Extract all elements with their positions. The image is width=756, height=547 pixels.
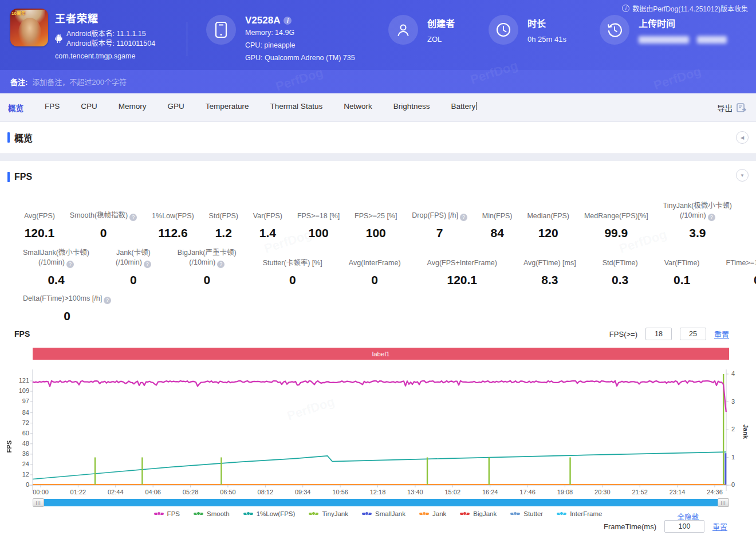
y-axis-tick-left: 121	[12, 377, 29, 384]
collect-note-text: 数据由PerfDog(11.4.251012)版本收集	[632, 3, 748, 13]
overview-collapse-button[interactable]: ◀	[736, 131, 749, 144]
tab-Thermal Status[interactable]: Thermal Status	[270, 102, 323, 113]
stat-value: 100	[355, 226, 397, 240]
creator-value: ZOL	[427, 35, 455, 44]
stat-label: Avg(FPS+InterFrame)	[427, 258, 497, 268]
stat-label: 1%Low(FPS)	[152, 211, 194, 221]
redacted-date	[639, 36, 689, 44]
tab-概览[interactable]: 概览	[8, 102, 23, 113]
y-axis-tick-left: 12	[12, 471, 29, 478]
tab-Network[interactable]: Network	[344, 102, 372, 113]
help-icon[interactable]: ?	[460, 214, 467, 221]
tab-Battery[interactable]: Battery	[451, 102, 477, 113]
stat-value: 0.3	[603, 273, 638, 287]
frametime-input[interactable]	[664, 520, 704, 533]
x-axis-tick: 15:02	[439, 489, 466, 495]
stat-value: 0.1	[664, 273, 700, 287]
export-label: 导出	[717, 102, 733, 113]
scrollbar-left-handle[interactable]: |||	[33, 498, 44, 507]
note-label: 备注:	[10, 76, 27, 87]
stat-label: Jank(卡顿)(/10min)?	[116, 248, 151, 268]
creator-info: 创建者 ZOL	[388, 15, 455, 45]
legend-item-1%Low(FPS)[interactable]: 1%Low(FPS)	[243, 510, 296, 517]
fps-chart[interactable]: FPS Jank PerfDog 01224364860728497109121…	[0, 367, 756, 500]
info-icon: i	[622, 5, 629, 12]
app-name: 王者荣耀	[55, 10, 155, 25]
x-axis-tick: 19:08	[552, 489, 578, 495]
y-axis-tick-left: 48	[12, 440, 29, 447]
help-icon[interactable]: ?	[144, 261, 151, 268]
legend-item-Stutter[interactable]: Stutter	[510, 510, 543, 517]
fps-stat: 1%Low(FPS)112.6	[152, 211, 194, 240]
android-version-name: Android版本名: 11.1.1.15	[66, 29, 155, 39]
duration-info: 时长 0h 25m 41s	[489, 15, 566, 45]
device-info-icon[interactable]: i	[284, 17, 292, 25]
reset-link[interactable]: 重置	[714, 329, 729, 340]
chart-plot[interactable]	[33, 374, 726, 485]
history-clock-icon	[600, 15, 629, 45]
help-icon[interactable]: ?	[708, 214, 715, 221]
y-axis-tick-right: 3	[731, 398, 745, 405]
scrollbar-right-handle[interactable]: |||	[718, 498, 729, 507]
tab-GPU[interactable]: GPU	[168, 102, 184, 113]
stat-label: Avg(FTime) [ms]	[523, 258, 576, 268]
upload-value-redacted	[639, 35, 727, 44]
legend-item-Smooth[interactable]: Smooth	[194, 510, 230, 517]
stat-value: 0	[70, 226, 137, 240]
y-axis-tick-right: 0	[731, 481, 745, 488]
fps-stat: FTime>=100ms [%]0	[726, 258, 756, 287]
chart-label-banner[interactable]: label1	[33, 348, 729, 360]
x-axis-tick: 00:00	[27, 489, 54, 495]
legend-marker	[194, 511, 203, 516]
fps-stat: Avg(InterFrame)0	[349, 258, 401, 287]
help-icon[interactable]: ?	[66, 261, 74, 268]
fps-stat: Min(FPS)84	[482, 211, 513, 240]
fps-stats-row-2: SmallJank(微小卡顿)(/10min)?0.4Jank(卡顿)(/10m…	[0, 248, 756, 287]
stat-value: 1.2	[209, 226, 238, 240]
chart-scrollbar[interactable]: ||| |||	[33, 498, 729, 507]
fps-threshold-input-1[interactable]	[645, 328, 672, 340]
x-axis-tick: 06:50	[215, 489, 241, 495]
fps-collapse-button[interactable]: ▼	[736, 169, 749, 182]
help-icon[interactable]: ?	[217, 261, 225, 268]
fps-stat: Stutter(卡顿率) [%]0	[263, 258, 322, 287]
tab-CPU[interactable]: CPU	[81, 102, 97, 113]
stat-label: Var(FTime)	[664, 258, 700, 268]
tab-Brightness[interactable]: Brightness	[393, 102, 430, 113]
stat-label: BigJank(严重卡顿)(/10min)?	[178, 248, 237, 268]
section-accent	[7, 172, 10, 182]
legend-item-TinyJank[interactable]: TinyJank	[309, 510, 348, 517]
legend-marker	[309, 511, 318, 516]
app-info: 王者荣耀 Android版本名: 11.1.1.15 Android版本号: 1…	[55, 10, 155, 60]
tab-bar: 概览FPSCPUMemoryGPUTemperatureThermal Stat…	[0, 93, 756, 122]
stat-value: 3.9	[663, 226, 732, 240]
help-icon[interactable]: ?	[104, 297, 111, 304]
fps-stat: FPS>=25 [%]100	[355, 211, 397, 240]
legend-item-Jank[interactable]: Jank	[419, 510, 446, 517]
device-model: V2528A	[245, 15, 280, 26]
legend-item-InterFrame[interactable]: InterFrame	[557, 510, 602, 517]
frametime-reset-link[interactable]: 重置	[712, 521, 727, 532]
stat-value: 7	[412, 226, 467, 240]
scrollbar-track[interactable]	[44, 499, 718, 506]
fps-stat: Var(FTime)0.1	[664, 258, 700, 287]
y-axis-tick-left: 36	[12, 450, 29, 457]
help-icon[interactable]: ?	[129, 214, 137, 221]
legend-item-BigJank[interactable]: BigJank	[460, 510, 497, 517]
export-button[interactable]: 导出	[717, 102, 747, 113]
stat-value: 84	[482, 226, 513, 240]
stat-value: 120.1	[24, 226, 55, 240]
tab-Temperature[interactable]: Temperature	[206, 102, 249, 113]
tab-FPS[interactable]: FPS	[45, 102, 60, 113]
tab-Memory[interactable]: Memory	[119, 102, 147, 113]
x-axis-tick: 16:24	[477, 489, 503, 495]
legend-marker	[419, 511, 429, 516]
legend-item-SmallJank[interactable]: SmallJank	[362, 510, 405, 517]
app-package: com.tencent.tmgp.sgame	[55, 52, 155, 60]
y-axis-tick-left: 72	[12, 419, 29, 426]
x-axis-tick: 02:44	[103, 489, 129, 495]
fps-threshold-input-2[interactable]	[680, 328, 706, 340]
legend-item-FPS[interactable]: FPS	[154, 510, 180, 517]
stat-label: Std(FPS)	[209, 211, 238, 221]
note-bar[interactable]: 备注: 添加备注，不超过200个字符 PerfDog PerfDog PerfD…	[0, 70, 756, 93]
